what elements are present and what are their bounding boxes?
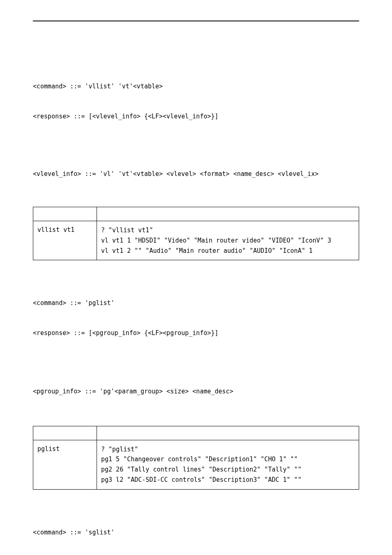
table-header-cmd [33,207,97,221]
section-sglist: <command> ::= 'sglist' <response> ::= [<… [33,509,359,555]
table-row: vllist vt1 ? "vllist vt1" vl vt1 1 "HDSD… [33,221,359,260]
example-command: vllist vt1 [37,226,74,234]
example-table-vllist: vllist vt1 ? "vllist vt1" vl vt1 1 "HDSD… [33,207,359,260]
table-row: pglist ? "pglist" pg1 5 "Changeover cont… [33,440,359,489]
response-line: vl vt1 2 "" "Audio" "Main router audio" … [101,246,355,256]
response-line: pg3 l2 "ADC-SDI-CC controls" "Descriptio… [101,475,355,485]
table-header-resp [97,207,359,221]
example-response-cell: ? "pglist" pg1 5 "Changeover controls" "… [97,440,359,489]
grammar-line: <pgroup_info> ::= 'pg'<param_group> <siz… [33,386,359,398]
grammar-block: <vlevel_info> ::= 'vl' 'vt'<vtable> <vle… [33,151,359,197]
example-command: pglist [37,445,60,453]
response-line: pg2 26 "Tally control lines" "Descriptio… [101,465,355,475]
section-vllist: <command> ::= 'vllist' 'vt'<vtable> <res… [33,62,359,260]
page: <command> ::= 'vllist' 'vt'<vtable> <res… [0,0,392,555]
grammar-line: <command> ::= 'sglist' [33,527,359,539]
response-line: ? "vllist vt1" [101,225,355,236]
grammar-line: <response> ::= [<vlevel_info> {<LF><vlev… [33,111,359,123]
example-table-pglist: pglist ? "pglist" pg1 5 "Changeover cont… [33,426,359,490]
grammar-line: <vlevel_info> ::= 'vl' 'vt'<vtable> <vle… [33,169,359,179]
grammar-block: <command> ::= 'sglist' <response> ::= [<… [33,509,359,555]
table-header-resp [97,426,359,440]
response-line: pg1 5 "Changeover controls" "Description… [101,454,355,465]
section-pglist: <command> ::= 'pglist' <response> ::= [<… [33,279,359,489]
response-line: vl vt1 1 "HDSDI" "Video" "Main router vi… [101,236,355,246]
example-response-cell: ? "vllist vt1" vl vt1 1 "HDSDI" "Video" … [97,221,359,260]
example-command-cell: vllist vt1 [33,221,97,260]
grammar-line: <command> ::= 'pglist' [33,298,359,309]
response-line: ? "pglist" [101,444,355,455]
table-header-row [33,207,359,221]
grammar-block: <pgroup_info> ::= 'pg'<param_group> <siz… [33,368,359,416]
table-header-cmd [33,426,97,440]
example-command-cell: pglist [33,440,97,489]
grammar-line: <response> ::= [<pgroup_info> {<LF><pgro… [33,328,359,339]
grammar-block: <command> ::= 'pglist' <response> ::= [<… [33,279,359,358]
top-rule [33,21,359,21]
grammar-block: <command> ::= 'vllist' 'vt'<vtable> <res… [33,62,359,141]
table-header-row [33,426,359,440]
grammar-line: <command> ::= 'vllist' 'vt'<vtable> [33,81,359,92]
